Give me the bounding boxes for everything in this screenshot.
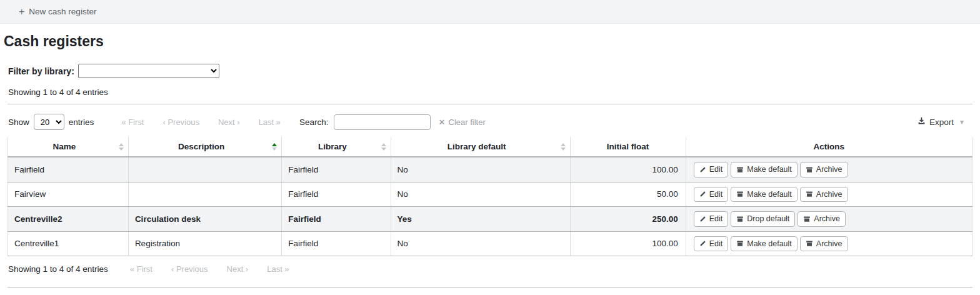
pencil-icon: [699, 216, 706, 222]
pagination-top: « First ‹ Previous Next › Last »: [121, 118, 281, 127]
pagination-previous-button[interactable]: ‹ Previous: [171, 264, 208, 274]
filter-by-library-label: Filter by library:: [8, 66, 74, 76]
cell-description: Circulation desk: [128, 207, 281, 232]
show-label: Show: [8, 118, 29, 127]
cell-description: [128, 182, 281, 207]
archive-box-icon: [736, 240, 744, 247]
pencil-icon: [699, 166, 706, 173]
cell-library: Fairfield: [282, 182, 391, 207]
top-toolbar: + New cash register: [0, 0, 980, 24]
search-input[interactable]: [334, 114, 431, 130]
column-header-name[interactable]: Name: [8, 137, 129, 157]
archive-box-icon: [806, 240, 813, 247]
edit-button[interactable]: Edit: [694, 211, 729, 227]
sort-arrows-icon: [381, 143, 386, 151]
pagination-bottom: « First ‹ Previous Next › Last »: [130, 264, 289, 274]
archive-box-icon: [806, 166, 813, 173]
archive-button[interactable]: Archive: [800, 162, 848, 178]
edit-button[interactable]: Edit: [694, 236, 729, 252]
datatable-footer: Showing 1 to 4 of 4 entries « First ‹ Pr…: [8, 256, 972, 281]
search-label: Search:: [299, 118, 329, 127]
make-default-button[interactable]: Make default: [731, 187, 798, 202]
column-header-library[interactable]: Library: [282, 137, 391, 157]
cell-library: Fairfield: [282, 231, 391, 256]
cell-library: Fairfield: [282, 157, 391, 182]
datatable-controls: Show 20 entries « First ‹ Previous Next …: [8, 104, 972, 137]
pagination-next-button[interactable]: Next ›: [218, 118, 240, 127]
cell-description: [128, 157, 281, 182]
entries-label: entries: [69, 118, 94, 127]
plus-icon: +: [19, 6, 24, 18]
archive-box-icon: [736, 216, 744, 222]
table-row: Centreville1 Registration Fairfield No 1…: [8, 231, 972, 256]
pagination-last-button[interactable]: Last »: [259, 118, 281, 127]
make-default-button[interactable]: Make default: [731, 236, 798, 252]
cell-initial-float: 100.00: [570, 231, 686, 256]
spacer: [8, 281, 972, 288]
pagination-previous-button[interactable]: ‹ Previous: [162, 118, 199, 127]
cell-library-default: Yes: [391, 207, 570, 232]
make-default-button[interactable]: Make default: [731, 162, 798, 178]
archive-box-icon: [736, 166, 744, 173]
sort-arrows-icon-active-asc: [272, 143, 277, 151]
page-footer: [0, 288, 980, 295]
cell-actions: Edit Make default Archive: [686, 182, 972, 207]
cell-name: Fairfield: [8, 157, 129, 182]
pencil-icon: [699, 191, 706, 198]
drop-default-button[interactable]: Drop default: [731, 211, 795, 227]
edit-button[interactable]: Edit: [694, 187, 729, 202]
cell-name: Centreville1: [8, 231, 129, 256]
cell-initial-float: 250.00: [570, 207, 686, 232]
cell-library-default: No: [391, 182, 570, 207]
cell-initial-float: 100.00: [570, 157, 686, 182]
archive-box-icon: [803, 216, 811, 222]
page-title: Cash registers: [4, 33, 972, 50]
pagination-last-button[interactable]: Last »: [267, 264, 289, 274]
export-button[interactable]: Export ▼: [918, 117, 965, 127]
table-row: Fairview Fairfield No 50.00 Edit Make de…: [8, 182, 972, 207]
new-cash-register-label: New cash register: [29, 7, 96, 16]
archive-button[interactable]: Archive: [800, 187, 848, 202]
table-row: Fairfield Fairfield No 100.00 Edit Make …: [8, 157, 972, 182]
column-header-initial-float: Initial float: [570, 137, 686, 157]
page-size-group: Show 20 entries: [8, 114, 94, 130]
entries-summary-top: Showing 1 to 4 of 4 entries: [8, 88, 972, 97]
archive-box-icon: [806, 191, 813, 198]
cell-actions: Edit Make default Archive: [686, 231, 972, 256]
column-header-description[interactable]: Description: [128, 137, 281, 157]
cell-actions: Edit Drop default Archive: [686, 207, 972, 232]
library-filter-row: Filter by library:: [8, 64, 972, 78]
column-header-library-default[interactable]: Library default: [391, 137, 570, 157]
page-size-select[interactable]: 20: [34, 114, 64, 130]
sort-arrows-icon: [119, 143, 124, 151]
pagination-first-button[interactable]: « First: [130, 264, 152, 274]
archive-button[interactable]: Archive: [798, 211, 846, 227]
pencil-icon: [699, 240, 706, 247]
cash-registers-table: Name Description Library Library default…: [8, 137, 972, 256]
archive-box-icon: [736, 191, 744, 198]
cell-description: Registration: [128, 231, 281, 256]
cell-actions: Edit Make default Archive: [686, 157, 972, 182]
edit-button[interactable]: Edit: [694, 162, 729, 178]
export-label: Export: [929, 118, 954, 127]
clear-filter-button[interactable]: ✕ Clear filter: [439, 118, 486, 127]
new-cash-register-button[interactable]: + New cash register: [19, 6, 96, 18]
sort-arrows-icon: [561, 143, 566, 151]
clear-filter-label: Clear filter: [449, 118, 486, 127]
cell-initial-float: 50.00: [570, 182, 686, 207]
table-row-default-register: Centreville2 Circulation desk Fairfield …: [8, 207, 972, 232]
table-header-row: Name Description Library Library default…: [8, 137, 972, 157]
download-icon: [918, 117, 926, 127]
library-filter-select[interactable]: [78, 64, 219, 78]
archive-button[interactable]: Archive: [800, 236, 848, 252]
x-icon: ✕: [439, 118, 446, 127]
column-header-actions: Actions: [686, 137, 972, 157]
pagination-first-button[interactable]: « First: [121, 118, 144, 127]
cell-library-default: No: [391, 231, 570, 256]
cell-name: Fairview: [8, 182, 129, 207]
entries-summary-bottom: Showing 1 to 4 of 4 entries: [8, 264, 108, 274]
pagination-next-button[interactable]: Next ›: [227, 264, 249, 274]
search-group: Search:: [299, 114, 431, 130]
cell-library-default: No: [391, 157, 570, 182]
cell-library: Fairfield: [282, 207, 391, 232]
